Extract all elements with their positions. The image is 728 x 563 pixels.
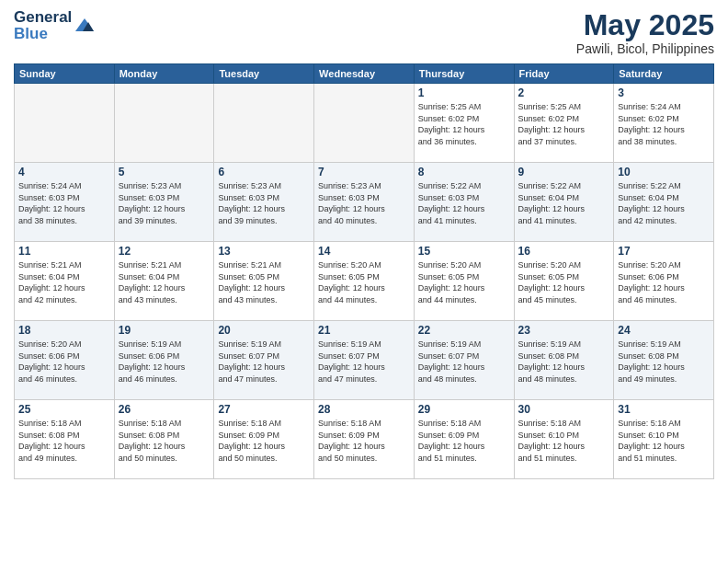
day-number: 20 bbox=[218, 324, 310, 337]
day-info: Sunrise: 5:24 AM Sunset: 6:02 PM Dayligh… bbox=[618, 101, 710, 147]
day-number: 12 bbox=[119, 245, 210, 258]
day-info: Sunrise: 5:23 AM Sunset: 6:03 PM Dayligh… bbox=[218, 180, 310, 226]
day-info: Sunrise: 5:20 AM Sunset: 6:05 PM Dayligh… bbox=[418, 259, 510, 305]
day-info: Sunrise: 5:24 AM Sunset: 6:03 PM Dayligh… bbox=[18, 180, 110, 226]
table-row: 13Sunrise: 5:21 AM Sunset: 6:05 PM Dayli… bbox=[214, 242, 314, 321]
table-row: 22Sunrise: 5:19 AM Sunset: 6:07 PM Dayli… bbox=[414, 321, 514, 400]
day-number: 27 bbox=[218, 403, 310, 416]
table-row: 8Sunrise: 5:22 AM Sunset: 6:03 PM Daylig… bbox=[414, 163, 514, 242]
col-thursday: Thursday bbox=[414, 64, 514, 84]
col-saturday: Saturday bbox=[614, 64, 714, 84]
day-number: 19 bbox=[119, 324, 210, 337]
day-number: 9 bbox=[518, 166, 610, 178]
day-number: 22 bbox=[418, 324, 510, 337]
table-row: 10Sunrise: 5:22 AM Sunset: 6:04 PM Dayli… bbox=[614, 163, 714, 242]
day-info: Sunrise: 5:25 AM Sunset: 6:02 PM Dayligh… bbox=[418, 101, 510, 147]
table-row: 27Sunrise: 5:18 AM Sunset: 6:09 PM Dayli… bbox=[214, 400, 314, 479]
calendar-header-row: Sunday Monday Tuesday Wednesday Thursday… bbox=[15, 64, 714, 84]
day-number: 17 bbox=[618, 245, 710, 258]
day-number: 5 bbox=[119, 166, 210, 178]
day-number: 4 bbox=[18, 166, 110, 178]
day-number: 21 bbox=[318, 324, 410, 337]
table-row: 15Sunrise: 5:20 AM Sunset: 6:05 PM Dayli… bbox=[414, 242, 514, 321]
day-number: 31 bbox=[618, 403, 710, 416]
calendar-table: Sunday Monday Tuesday Wednesday Thursday… bbox=[14, 63, 714, 479]
table-row: 5Sunrise: 5:23 AM Sunset: 6:03 PM Daylig… bbox=[114, 163, 214, 242]
day-number: 24 bbox=[618, 324, 710, 337]
month-title: May 2025 bbox=[576, 9, 714, 41]
day-info: Sunrise: 5:18 AM Sunset: 6:08 PM Dayligh… bbox=[18, 418, 110, 464]
table-row bbox=[15, 84, 115, 163]
day-info: Sunrise: 5:18 AM Sunset: 6:10 PM Dayligh… bbox=[518, 418, 610, 464]
day-number: 7 bbox=[318, 166, 410, 178]
day-info: Sunrise: 5:19 AM Sunset: 6:07 PM Dayligh… bbox=[418, 339, 510, 385]
table-row: 23Sunrise: 5:19 AM Sunset: 6:08 PM Dayli… bbox=[514, 321, 614, 400]
col-tuesday: Tuesday bbox=[214, 64, 314, 84]
day-number: 3 bbox=[618, 86, 710, 99]
table-row: 6Sunrise: 5:23 AM Sunset: 6:03 PM Daylig… bbox=[214, 163, 314, 242]
day-number: 16 bbox=[518, 245, 610, 258]
table-row: 20Sunrise: 5:19 AM Sunset: 6:07 PM Dayli… bbox=[214, 321, 314, 400]
table-row: 11Sunrise: 5:21 AM Sunset: 6:04 PM Dayli… bbox=[15, 242, 115, 321]
day-number: 30 bbox=[518, 403, 610, 416]
logo-icon bbox=[75, 18, 94, 35]
day-info: Sunrise: 5:20 AM Sunset: 6:05 PM Dayligh… bbox=[518, 259, 610, 305]
table-row: 18Sunrise: 5:20 AM Sunset: 6:06 PM Dayli… bbox=[15, 321, 115, 400]
day-number: 23 bbox=[518, 324, 610, 337]
table-row: 12Sunrise: 5:21 AM Sunset: 6:04 PM Dayli… bbox=[114, 242, 214, 321]
table-row: 4Sunrise: 5:24 AM Sunset: 6:03 PM Daylig… bbox=[15, 163, 115, 242]
day-info: Sunrise: 5:19 AM Sunset: 6:06 PM Dayligh… bbox=[119, 339, 210, 385]
table-row: 25Sunrise: 5:18 AM Sunset: 6:08 PM Dayli… bbox=[15, 400, 115, 479]
day-info: Sunrise: 5:18 AM Sunset: 6:09 PM Dayligh… bbox=[418, 418, 510, 464]
table-row: 19Sunrise: 5:19 AM Sunset: 6:06 PM Dayli… bbox=[114, 321, 214, 400]
day-info: Sunrise: 5:19 AM Sunset: 6:07 PM Dayligh… bbox=[318, 339, 410, 385]
table-row: 24Sunrise: 5:19 AM Sunset: 6:08 PM Dayli… bbox=[614, 321, 714, 400]
calendar-week-row: 11Sunrise: 5:21 AM Sunset: 6:04 PM Dayli… bbox=[15, 242, 714, 321]
day-info: Sunrise: 5:18 AM Sunset: 6:08 PM Dayligh… bbox=[119, 418, 210, 464]
day-info: Sunrise: 5:21 AM Sunset: 6:05 PM Dayligh… bbox=[218, 259, 310, 305]
col-friday: Friday bbox=[514, 64, 614, 84]
day-number: 2 bbox=[518, 86, 610, 99]
table-row: 26Sunrise: 5:18 AM Sunset: 6:08 PM Dayli… bbox=[114, 400, 214, 479]
calendar-week-row: 25Sunrise: 5:18 AM Sunset: 6:08 PM Dayli… bbox=[15, 400, 714, 479]
day-info: Sunrise: 5:18 AM Sunset: 6:09 PM Dayligh… bbox=[218, 418, 310, 464]
day-number: 6 bbox=[218, 166, 310, 178]
day-number: 8 bbox=[418, 166, 510, 178]
day-info: Sunrise: 5:22 AM Sunset: 6:03 PM Dayligh… bbox=[418, 180, 510, 226]
table-row: 14Sunrise: 5:20 AM Sunset: 6:05 PM Dayli… bbox=[314, 242, 415, 321]
day-number: 28 bbox=[318, 403, 410, 416]
table-row bbox=[114, 84, 214, 163]
day-number: 18 bbox=[18, 324, 110, 337]
day-info: Sunrise: 5:20 AM Sunset: 6:06 PM Dayligh… bbox=[618, 259, 710, 305]
table-row: 7Sunrise: 5:23 AM Sunset: 6:03 PM Daylig… bbox=[314, 163, 415, 242]
day-number: 15 bbox=[418, 245, 510, 258]
table-row: 3Sunrise: 5:24 AM Sunset: 6:02 PM Daylig… bbox=[614, 84, 714, 163]
day-info: Sunrise: 5:19 AM Sunset: 6:08 PM Dayligh… bbox=[518, 339, 610, 385]
day-number: 10 bbox=[618, 166, 710, 178]
day-info: Sunrise: 5:18 AM Sunset: 6:10 PM Dayligh… bbox=[618, 418, 710, 464]
table-row: 28Sunrise: 5:18 AM Sunset: 6:09 PM Dayli… bbox=[314, 400, 415, 479]
table-row bbox=[314, 84, 415, 163]
title-block: May 2025 Pawili, Bicol, Philippines bbox=[576, 9, 714, 56]
table-row: 21Sunrise: 5:19 AM Sunset: 6:07 PM Dayli… bbox=[314, 321, 415, 400]
col-wednesday: Wednesday bbox=[314, 64, 415, 84]
logo-line1: General bbox=[14, 9, 72, 26]
table-row bbox=[214, 84, 314, 163]
day-info: Sunrise: 5:18 AM Sunset: 6:09 PM Dayligh… bbox=[318, 418, 410, 464]
calendar-week-row: 4Sunrise: 5:24 AM Sunset: 6:03 PM Daylig… bbox=[15, 163, 714, 242]
day-info: Sunrise: 5:21 AM Sunset: 6:04 PM Dayligh… bbox=[18, 259, 110, 305]
location-subtitle: Pawili, Bicol, Philippines bbox=[576, 41, 714, 56]
table-row: 16Sunrise: 5:20 AM Sunset: 6:05 PM Dayli… bbox=[514, 242, 614, 321]
page-container: General Blue May 2025 Pawili, Bicol, Phi… bbox=[0, 0, 728, 563]
logo-line2: Blue bbox=[14, 26, 72, 42]
day-number: 29 bbox=[418, 403, 510, 416]
table-row: 29Sunrise: 5:18 AM Sunset: 6:09 PM Dayli… bbox=[414, 400, 514, 479]
table-row: 17Sunrise: 5:20 AM Sunset: 6:06 PM Dayli… bbox=[614, 242, 714, 321]
day-info: Sunrise: 5:19 AM Sunset: 6:08 PM Dayligh… bbox=[618, 339, 710, 385]
day-number: 13 bbox=[218, 245, 310, 258]
logo: General Blue bbox=[14, 9, 94, 42]
day-info: Sunrise: 5:19 AM Sunset: 6:07 PM Dayligh… bbox=[218, 339, 310, 385]
page-header: General Blue May 2025 Pawili, Bicol, Phi… bbox=[14, 9, 714, 56]
table-row: 31Sunrise: 5:18 AM Sunset: 6:10 PM Dayli… bbox=[614, 400, 714, 479]
col-monday: Monday bbox=[114, 64, 214, 84]
